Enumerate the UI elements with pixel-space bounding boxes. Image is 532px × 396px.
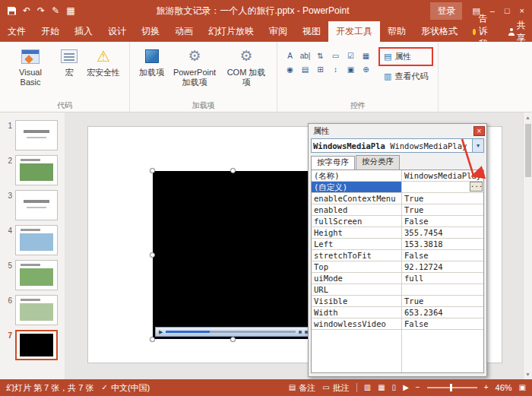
slide-thumb-preview[interactable] xyxy=(15,295,58,325)
slide-thumbnail[interactable]: 5 xyxy=(0,258,65,293)
resize-handle-middle-left[interactable] xyxy=(150,252,155,258)
slide-thumb-preview[interactable] xyxy=(15,190,58,220)
property-value[interactable]: False xyxy=(401,216,483,227)
ribbon-tab[interactable]: 切换 xyxy=(134,21,167,42)
option-button-control-icon[interactable]: ◉ xyxy=(283,63,297,76)
slide-thumb-preview[interactable] xyxy=(15,330,58,360)
slide-thumbnail[interactable]: 3 xyxy=(0,188,65,223)
slide-thumbnail[interactable]: 2 xyxy=(0,153,65,188)
property-row[interactable]: windowlessVideoFalse xyxy=(312,318,483,330)
property-row[interactable]: URL xyxy=(312,284,483,296)
property-row[interactable]: fullScreenFalse xyxy=(312,216,483,227)
maximize-button[interactable]: □ xyxy=(505,7,510,15)
media-player-control[interactable]: ▶ xyxy=(153,171,314,339)
object-selector-dropdown[interactable]: WindowsMediaPla WindowsMediaPlay ▼ xyxy=(311,138,484,153)
slide-thumb-preview[interactable] xyxy=(15,225,58,255)
property-row[interactable]: VisibleTrue xyxy=(312,296,483,307)
property-row[interactable]: Width653.2364 xyxy=(312,307,483,318)
proofing-status[interactable]: ✓ 中文(中国) xyxy=(102,382,150,394)
property-value[interactable]: 355.7454 xyxy=(401,227,483,238)
list-box-control-icon[interactable]: ▤ xyxy=(298,63,312,76)
slide-thumbnail[interactable]: 7 xyxy=(0,328,65,363)
scroll-up-icon[interactable]: ▲ xyxy=(525,112,530,120)
tell-me-box[interactable]: 告诉我 xyxy=(465,21,499,42)
property-row[interactable]: enableContextMenuTrue xyxy=(312,193,483,204)
ribbon-tab[interactable]: 开发工具 xyxy=(328,21,380,42)
property-value[interactable]: 653.2364 xyxy=(401,307,483,318)
scrollbar-thumb[interactable] xyxy=(525,124,531,177)
property-value[interactable]: True xyxy=(401,204,483,215)
property-value[interactable]: False xyxy=(401,250,483,261)
reading-view-button[interactable]: ▯ xyxy=(392,384,397,391)
property-value[interactable]: True xyxy=(401,296,483,306)
slide-thumbnail[interactable]: 4 xyxy=(0,223,65,258)
resize-handle-top-left[interactable] xyxy=(150,168,155,173)
zoom-out-button[interactable]: − xyxy=(416,384,420,391)
close-button[interactable]: × xyxy=(520,7,524,15)
resize-handle-bottom-center[interactable] xyxy=(230,337,236,342)
property-row[interactable]: Height355.7454 xyxy=(312,227,483,239)
more-controls-icon[interactable]: ⊕ xyxy=(359,63,373,76)
scrollbar-control-icon[interactable]: ↕ xyxy=(328,63,343,76)
ribbon-tab[interactable]: 动画 xyxy=(167,21,201,42)
fit-to-window-button[interactable]: ▣ xyxy=(519,384,526,391)
slide-thumb-preview[interactable] xyxy=(15,155,58,185)
ribbon-tab[interactable]: 插入 xyxy=(67,21,100,42)
slideshow-button[interactable]: ▶ xyxy=(403,384,409,391)
property-row[interactable]: Left153.3818 xyxy=(312,239,483,250)
ribbon-tab[interactable]: 开始 xyxy=(33,21,67,42)
zoom-in-button[interactable]: + xyxy=(484,384,489,391)
com-addins-button[interactable]: ⚙ COM 加载项 xyxy=(221,46,271,88)
property-name[interactable]: uiMode xyxy=(312,273,401,284)
ribbon-tab[interactable]: 形状格式 xyxy=(413,21,465,42)
save-icon[interactable] xyxy=(8,7,16,15)
property-name[interactable]: (自定义) xyxy=(312,182,401,192)
slide-thumbnail[interactable]: 6 xyxy=(0,293,65,328)
property-value[interactable]: 92.12724 xyxy=(401,261,483,272)
view-code-button[interactable]: ▥ 查看代码 xyxy=(381,69,431,84)
toggle-button-control-icon[interactable]: ⊞ xyxy=(313,63,328,76)
sign-in-button[interactable]: 登录 xyxy=(430,2,462,20)
addins-button[interactable]: 加载项 xyxy=(135,46,168,79)
ribbon-tab[interactable]: 文件 xyxy=(0,21,33,42)
property-value[interactable]: ... xyxy=(401,182,483,192)
powerpoint-addins-button[interactable]: ⚙ PowerPoint 加载项 xyxy=(169,46,220,88)
zoom-level[interactable]: 46% xyxy=(496,383,512,392)
property-name[interactable]: (名称) xyxy=(312,170,401,181)
ribbon-tab[interactable]: 设计 xyxy=(100,21,134,42)
custom-ellipsis-button[interactable]: ... xyxy=(470,182,483,192)
spin-button-control-icon[interactable]: ⇅ xyxy=(313,49,328,62)
macro-security-button[interactable]: ⚠ 宏安全性 xyxy=(83,46,124,79)
resize-handle-top-center[interactable] xyxy=(230,168,236,173)
property-name[interactable]: Top xyxy=(312,261,401,272)
property-name[interactable]: stretchToFit xyxy=(312,250,401,261)
property-row[interactable]: uiModefull xyxy=(312,273,483,284)
textbox-control-icon[interactable]: ab| xyxy=(298,49,312,62)
property-name[interactable]: URL xyxy=(312,284,401,295)
resize-handle-bottom-left[interactable] xyxy=(150,337,155,342)
slide-sorter-view-button[interactable]: ▦ xyxy=(378,384,385,391)
property-value[interactable]: WindowsMediaPlaye xyxy=(401,170,483,181)
property-row[interactable]: (自定义)... xyxy=(312,182,483,193)
volume-icon[interactable] xyxy=(299,331,302,334)
macros-button[interactable]: 宏 xyxy=(57,46,81,79)
property-name[interactable]: enableContextMenu xyxy=(312,193,401,204)
zoom-slider-thumb[interactable] xyxy=(450,384,452,391)
draw-pen-icon[interactable]: ✎ xyxy=(52,6,59,15)
play-icon[interactable]: ▶ xyxy=(159,329,163,334)
properties-button[interactable]: ▤ 属性 xyxy=(381,49,431,64)
notes-button[interactable]: ▤ 备注 xyxy=(289,382,315,394)
ribbon-tab[interactable]: 视图 xyxy=(295,21,328,42)
media-progress-track[interactable] xyxy=(166,331,296,333)
slide-thumbnail[interactable]: 1 xyxy=(0,118,65,153)
checkbox-control-icon[interactable]: ☑ xyxy=(344,49,358,62)
property-name[interactable]: Width xyxy=(312,307,401,318)
image-control-icon[interactable]: ▣ xyxy=(344,63,358,76)
properties-panel-title-bar[interactable]: 属性 × xyxy=(309,124,486,138)
touch-mode-icon[interactable]: ▦ xyxy=(66,6,74,15)
property-name[interactable]: Height xyxy=(312,227,401,238)
slide-thumb-preview[interactable] xyxy=(15,260,58,290)
property-value[interactable] xyxy=(401,284,483,295)
property-name[interactable]: enabled xyxy=(312,204,401,215)
property-name[interactable]: windowlessVideo xyxy=(312,318,401,329)
